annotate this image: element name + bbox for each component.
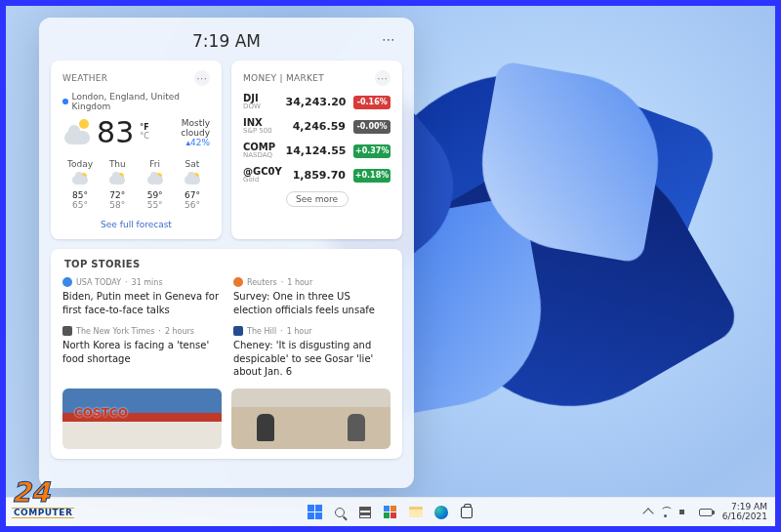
weather-forecast-link[interactable]: See full forecast [62,220,210,229]
source-icon [62,326,72,336]
widgets-button[interactable] [380,502,401,523]
story-thumbnail[interactable] [62,389,222,449]
market-row[interactable]: COMPNASDAQ14,124.55+0.37% [243,143,390,159]
story-item[interactable]: The Hill · 1 hour Cheney: 'It is disgust… [233,326,390,379]
story-item[interactable]: USA TODAY · 31 mins Biden, Putin meet in… [62,277,220,316]
source-icon [233,326,243,336]
story-item[interactable]: Reuters · 1 hour Survey: One in three US… [233,277,390,316]
top-stories-card: TOP STORIES USA TODAY · 31 mins Biden, P… [51,249,402,459]
widgets-more-button[interactable]: ⋯ [382,31,396,47]
taskbar-clock[interactable]: 7:19 AM 6/16/2021 [722,503,767,522]
start-button[interactable] [304,502,325,523]
weather-units[interactable]: °F°C [140,124,149,142]
microsoft-store-button[interactable] [456,502,477,523]
weather-temp: 83 [97,115,134,149]
weather-card[interactable]: WEATHER ⋯ London, England, United Kingdo… [51,61,222,239]
money-card[interactable]: MONEY | MARKET ⋯ DJIDOW34,243.20-0.16% I… [231,61,402,239]
story-item[interactable]: The New York Times · 2 hours North Korea… [62,326,220,379]
source-icon [233,277,243,287]
taskbar-apps [304,502,477,523]
widgets-panel: 7:19 AM ⋯ WEATHER ⋯ London, England, Uni… [39,18,414,488]
market-row[interactable]: DJIDOW34,243.20-0.16% [243,94,390,110]
weather-location: London, England, United Kingdom [62,92,210,111]
wifi-icon[interactable] [660,508,672,517]
edge-button[interactable] [431,502,452,523]
watermark-logo: 24 COMPUTER [12,478,74,518]
weather-icon [62,119,91,146]
money-see-more-link[interactable]: See more [286,191,349,207]
widgets-clock: 7:19 AM [192,31,261,51]
weather-more-button[interactable]: ⋯ [194,70,210,86]
task-view-button[interactable] [354,502,376,523]
search-button[interactable] [329,502,350,523]
story-thumbnail[interactable] [231,389,390,449]
market-row[interactable]: INXS&P 5004,246.59-0.00% [243,118,390,135]
tray-chevron-icon[interactable] [642,508,653,518]
top-stories-title: TOP STORIES [64,259,390,269]
taskbar: 7:19 AM 6/16/2021 [6,497,775,526]
battery-icon[interactable] [699,509,713,516]
system-tray: 7:19 AM 6/16/2021 [644,503,767,522]
volume-icon[interactable] [679,508,691,517]
weather-forecast: Today85°65° Thu72°58° Fri59°55° Sat67°56… [62,159,210,210]
source-icon [62,277,72,287]
weather-condition: Mostly cloudy ▴42% [155,118,210,147]
money-more-button[interactable]: ⋯ [375,70,390,86]
desktop-wallpaper: 7:19 AM ⋯ WEATHER ⋯ London, England, Uni… [6,6,775,526]
file-explorer-button[interactable] [405,502,427,523]
money-title: MONEY | MARKET [243,73,324,83]
weather-title: WEATHER [62,73,107,83]
market-row[interactable]: @GC0YGold1,859.70+0.18% [243,167,390,184]
